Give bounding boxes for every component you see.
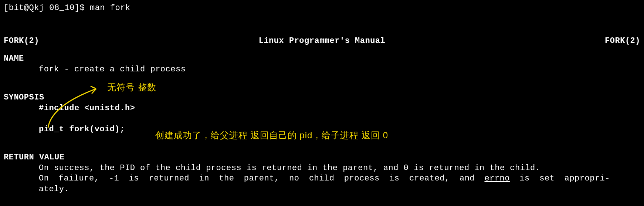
return-value-line3: ately. <box>4 184 640 195</box>
synopsis-include: #include <unistd.h> <box>4 103 640 114</box>
section-synopsis-heading: SYNOPSIS <box>4 92 640 103</box>
section-name-content: fork - create a child process <box>4 64 640 75</box>
manpage-header: FORK(2) Linux Programmer's Manual FORK(2… <box>4 36 640 47</box>
typed-command: man fork <box>90 3 131 13</box>
prompt-prefix: [bit@Qkj 08_10]$ <box>4 3 85 13</box>
command-prompt[interactable]: [bit@Qkj 08_10]$ man fork <box>4 3 640 14</box>
manpage-header-right: FORK(2) <box>605 36 640 47</box>
manpage-header-left: FORK(2) <box>4 36 39 47</box>
section-name-heading: NAME <box>4 54 640 64</box>
synopsis-prototype: pid_t fork(void); <box>4 124 640 135</box>
return-value-line1: On success, the PID of the child process… <box>4 163 610 174</box>
return-value-line2: On failure, -1 is returned in the parent… <box>4 173 610 184</box>
errno-link: errno <box>484 174 510 183</box>
section-return-heading: RETURN VALUE <box>4 152 640 163</box>
manpage-header-center: Linux Programmer's Manual <box>39 36 605 47</box>
